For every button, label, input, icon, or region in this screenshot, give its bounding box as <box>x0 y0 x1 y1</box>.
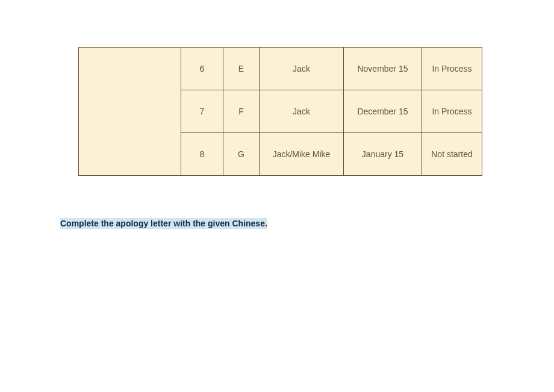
cell-person: Jack/Mike Mike <box>260 133 344 176</box>
cell-person: Jack <box>260 90 344 133</box>
cell-code: E <box>223 48 260 90</box>
table-row: 6 E Jack November 15 In Process <box>79 48 482 90</box>
empty-leading-cell <box>79 48 181 176</box>
instruction-text: Complete the apology letter with the giv… <box>60 218 267 229</box>
cell-date: January 15 <box>344 133 422 176</box>
cell-num: 8 <box>181 133 223 176</box>
data-table: 6 E Jack November 15 In Process 7 F Jack… <box>78 47 482 176</box>
cell-date: December 15 <box>344 90 422 133</box>
cell-status: Not started <box>422 133 482 176</box>
cell-num: 6 <box>181 48 223 90</box>
cell-code: F <box>223 90 260 133</box>
cell-person: Jack <box>260 48 344 90</box>
cell-status: In Process <box>422 90 482 133</box>
instruction-line: Complete the apology letter with the giv… <box>60 218 494 229</box>
cell-num: 7 <box>181 90 223 133</box>
cell-code: G <box>223 133 260 176</box>
cell-date: November 15 <box>344 48 422 90</box>
cell-status: In Process <box>422 48 482 90</box>
